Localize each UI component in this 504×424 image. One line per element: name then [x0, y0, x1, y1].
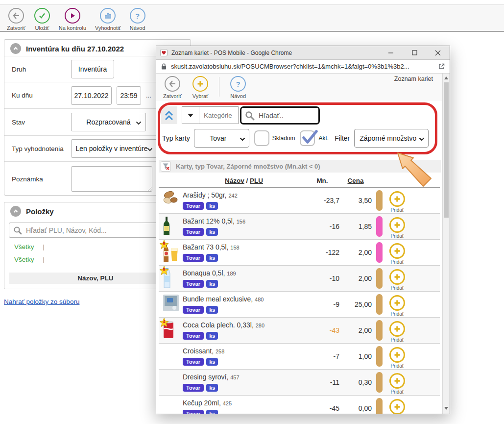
- cards-search-box[interactable]: [240, 106, 320, 125]
- field-label-typ: Typ vyhodnotenia: [12, 145, 71, 152]
- card-quantity: -7: [305, 352, 339, 360]
- plus-icon: [389, 399, 405, 414]
- time-input[interactable]: [117, 86, 141, 105]
- add-card-button[interactable]: Pridať: [383, 370, 412, 395]
- vsetky-link[interactable]: Všetky: [14, 256, 34, 263]
- main-toolbar: Zatvoriť Uložiť Na kontrolu Vyhodnotiť ?…: [0, 4, 504, 32]
- card-name-cell: Kečup 20ml, 425 Tovarks: [183, 396, 305, 414]
- address-bar[interactable]: skusit.zavolatobsluhu.sk/POSUCMBrowser?c…: [156, 60, 450, 74]
- scroll-down-arrow-icon[interactable]: [444, 407, 448, 410]
- add-card-button[interactable]: Pridať: [383, 344, 412, 369]
- load-items-from-file-link[interactable]: Nahrať položky zo súboru: [4, 298, 79, 305]
- sort-price-link[interactable]: Cena: [339, 177, 372, 184]
- badge-ks: ks: [206, 228, 218, 236]
- card-price: 0,00: [339, 404, 372, 412]
- stock-level-bar: [376, 346, 383, 367]
- badge-tovar: Tovar: [183, 384, 204, 392]
- button-label: Vyhodnotiť: [95, 25, 121, 31]
- sort-plu-link[interactable]: PLU: [250, 177, 263, 184]
- badge-tovar: Tovar: [183, 280, 204, 288]
- card-price: 3,50: [339, 197, 372, 204]
- minimize-button[interactable]: [379, 46, 403, 59]
- druh-input[interactable]: [71, 60, 114, 78]
- button-label: Návod: [130, 25, 145, 31]
- add-card-button[interactable]: Pridať: [383, 240, 412, 265]
- dropdown-arrow-icon[interactable]: [182, 114, 199, 117]
- filter-status-bar: Karty, typ Tovar, Záporné množstvo (Mn.a…: [159, 160, 441, 173]
- stock-label: Skladom: [272, 135, 295, 142]
- card-row: 5 Bažant 73 0,5l, 158 Tovarks -122 2,00 …: [159, 240, 440, 266]
- active-checkbox[interactable]: [300, 130, 315, 146]
- add-card-button[interactable]: Pridať: [383, 214, 412, 239]
- date-more-button[interactable]: ...: [146, 92, 151, 99]
- stav-select[interactable]: Rozpracovaná: [71, 113, 146, 131]
- card-name-cell: Bundle meal exclusive, 480 Tovarks: [183, 292, 305, 317]
- card-quantity: -11: [305, 378, 339, 386]
- popup-help-button[interactable]: ? Návod: [230, 76, 246, 99]
- card-quantity: -23,7: [305, 197, 339, 204]
- close-button[interactable]: Zatvoriť: [7, 8, 25, 31]
- open-in-new-icon[interactable]: [438, 63, 445, 70]
- popup-titlebar[interactable]: Zoznam kariet - POS Mobile - Google Chro…: [156, 46, 450, 60]
- poznamka-textarea[interactable]: [71, 166, 152, 192]
- question-icon: ?: [130, 8, 145, 24]
- help-button[interactable]: ? Návod: [130, 8, 145, 31]
- site-favicon: [160, 49, 168, 56]
- star-badge: 5: [159, 240, 169, 249]
- card-type-value: Tovar: [210, 134, 226, 142]
- card-quantity: -9: [305, 300, 339, 308]
- plus-icon: [389, 243, 405, 259]
- badge-ks: ks: [206, 332, 218, 340]
- stock-checkbox[interactable]: [254, 130, 269, 146]
- collapse-filters-button[interactable]: [161, 106, 177, 124]
- card-badges: Tovarks: [183, 202, 305, 210]
- save-button[interactable]: Uložiť: [34, 8, 50, 31]
- card-price: 1,00: [339, 352, 372, 360]
- badge-ks: ks: [206, 410, 218, 414]
- card-name-cell: Dresing syroví, 457 Tovarks: [183, 370, 305, 395]
- maximize-button[interactable]: [403, 46, 426, 59]
- card-row: 4 Coca Cola plech. 0,33l, 280 Tovarks -4…: [159, 318, 440, 344]
- add-card-button[interactable]: Pridať: [383, 292, 412, 317]
- badge-ks: ks: [206, 280, 218, 288]
- category-dropdown[interactable]: Kategórie: [182, 106, 239, 124]
- evaluate-button[interactable]: Vyhodnotiť: [95, 8, 121, 31]
- sort-name-link[interactable]: Názov: [225, 177, 244, 184]
- product-image-bottle-green: [163, 216, 180, 237]
- stock-level-bar: [376, 372, 383, 393]
- card-row: Arašidy ; 50gr, 242 Tovarks -23,7 3,50 P…: [159, 188, 440, 214]
- button-label: Zatvoriť: [7, 25, 25, 31]
- add-card-button[interactable]: Pridať: [383, 396, 412, 414]
- close-window-button[interactable]: [426, 46, 450, 59]
- scroll-up-arrow-icon[interactable]: [444, 76, 448, 79]
- collapse-panel-icon[interactable]: [10, 206, 21, 217]
- collapse-panel-icon[interactable]: [10, 43, 21, 54]
- add-card-button[interactable]: Pridať: [383, 188, 412, 213]
- card-row: Bundle meal exclusive, 480 Tovarks -9 25…: [159, 292, 440, 318]
- add-label: Pridať: [390, 285, 404, 291]
- app-window: Zatvoriť Uložiť Na kontrolu Vyhodnotiť ?…: [0, 0, 504, 424]
- date-input[interactable]: [71, 86, 112, 105]
- card-type-select[interactable]: Tovar: [194, 129, 249, 148]
- quantity-filter-select[interactable]: Záporné množstvo: [354, 129, 429, 148]
- to-review-button[interactable]: Na kontrolu: [59, 8, 86, 31]
- popup-close-button[interactable]: Zatvoriť: [163, 76, 182, 99]
- filter-status-text: Karty, typ Tovar, Záporné množstvo (Mn.a…: [176, 163, 320, 170]
- card-badges: Tovarks: [183, 332, 305, 340]
- stock-level-bar: [376, 320, 383, 341]
- chevron-down-icon: [136, 121, 142, 125]
- card-price: 2,00: [339, 249, 372, 256]
- field-label-poznamka: Poznámka: [12, 175, 71, 183]
- popup-scrollbar[interactable]: [442, 74, 450, 414]
- scrollbar-thumb[interactable]: [444, 82, 449, 218]
- add-card-button[interactable]: Pridať: [383, 266, 412, 291]
- popup-select-button[interactable]: Vybrať: [192, 76, 208, 99]
- filter-funnel-icon[interactable]: [161, 161, 171, 172]
- bar-chart-icon: [100, 8, 116, 24]
- card-quantity: -43: [305, 326, 339, 334]
- add-card-button[interactable]: Pridať: [383, 318, 412, 343]
- filters-section: Kategórie Typ karty Tovar: [156, 101, 442, 157]
- vsetky-link[interactable]: Všetky: [14, 243, 34, 250]
- cards-search-input[interactable]: [258, 111, 309, 120]
- typ-vyhodnotenia-select[interactable]: Len položky v inventúre: [71, 139, 157, 158]
